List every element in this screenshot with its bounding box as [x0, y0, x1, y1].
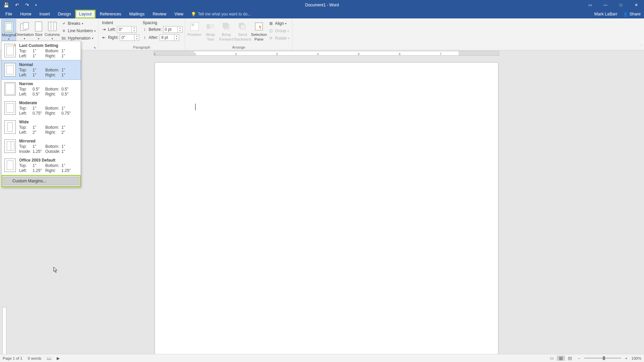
tab-mailings[interactable]: Mailings	[125, 10, 149, 18]
window-title: Document1 - Word	[305, 3, 339, 7]
size-button[interactable]: Size ▾	[33, 19, 45, 40]
zoom-out-icon[interactable]: −	[578, 356, 580, 360]
ruler-number: 6	[399, 52, 400, 56]
spacing-before-input[interactable]: 0 pt▲▼	[163, 26, 182, 33]
columns-icon	[47, 21, 58, 32]
spacing-after-input[interactable]: 8 pt▲▼	[160, 34, 179, 41]
margin-option-name: Mirrored	[19, 139, 78, 143]
svg-rect-5	[48, 22, 56, 31]
close-icon[interactable]: ✕	[629, 3, 644, 7]
custom-margins-button[interactable]: Custom Margins...	[3, 177, 79, 185]
undo-icon[interactable]: ↶	[15, 2, 19, 8]
margins-button[interactable]: Margins ▾	[1, 19, 16, 41]
indent-left-row: ⇥Left:0"▲▼	[100, 26, 141, 33]
margin-preview-icon	[4, 82, 16, 96]
margin-option-office2003[interactable]: Office 2003 DefaultTop:1"Bottom:1"Left:1…	[2, 156, 80, 175]
margin-option-moderate[interactable]: ModerateTop:1"Bottom:1"Left:0.75"Right:0…	[2, 99, 80, 118]
indent-right-input[interactable]: 0"▲▼	[120, 34, 139, 41]
wrap-text-label: Wrap Text	[206, 33, 215, 42]
user-name[interactable]: Mark LaBarr	[594, 12, 618, 16]
share-button[interactable]: 👤 Share	[623, 12, 641, 17]
margin-option-mirrored[interactable]: MirroredTop:1"Bottom:1"Inside:1.25"Outsi…	[2, 137, 80, 156]
print-layout-icon[interactable]: ▦	[557, 356, 565, 361]
rotate-button: ⟳Rotate▾	[267, 35, 291, 42]
columns-button[interactable]: Columns ▾	[45, 19, 60, 40]
chevron-down-icon: ▾	[92, 37, 93, 40]
spacing-after-row: ↕After:8 pt▲▼	[141, 34, 184, 41]
margins-label: Margins	[2, 33, 16, 38]
spelling-status-icon[interactable]: 📖	[47, 356, 51, 361]
redo-icon[interactable]: ↷	[25, 2, 29, 8]
qat-customize-icon[interactable]: ▾	[35, 3, 37, 7]
indent-right-label: Right:	[108, 35, 118, 40]
wrap-text-icon	[205, 21, 216, 32]
web-layout-icon[interactable]: ▤	[566, 356, 574, 361]
tab-home[interactable]: Home	[16, 10, 35, 18]
spacing-before-row: ↕Before:0 pt▲▼	[141, 26, 184, 33]
tab-design[interactable]: Design	[54, 10, 75, 18]
svg-rect-4	[35, 22, 42, 31]
columns-label: Columns	[45, 33, 60, 37]
margin-option-narrow[interactable]: NarrowTop:0.5"Bottom:0.5"Left:0.5"Right:…	[2, 79, 80, 99]
text-cursor	[195, 104, 196, 110]
collapse-ribbon-icon[interactable]: ˆ	[641, 45, 642, 49]
page-number-status[interactable]: Page 1 of 1	[3, 356, 22, 360]
share-icon: 👤	[623, 12, 628, 17]
selection-pane-icon	[254, 21, 264, 32]
ribbon-display-options-icon[interactable]: ▭	[582, 3, 598, 7]
minimize-icon[interactable]: —	[598, 3, 613, 7]
tab-review[interactable]: Review	[149, 10, 170, 18]
margin-option-lastcustom[interactable]: ★Last Custom SettingTop:1"Bottom:1"Left:…	[2, 41, 80, 60]
spacing-after-icon: ↕	[142, 35, 147, 40]
position-label: Position	[187, 33, 201, 37]
rotate-label: Rotate	[275, 36, 287, 41]
indent-right-icon: ⇤	[101, 35, 107, 40]
indent-left-label: Left:	[108, 27, 116, 32]
breaks-button[interactable]: ⤶Breaks▾	[60, 20, 97, 27]
bring-forward-icon	[221, 21, 232, 32]
horizontal-ruler[interactable]: 1 1234567	[154, 50, 499, 56]
tab-insert[interactable]: Insert	[36, 10, 54, 18]
line-numbers-button[interactable]: ≡Line Numbers▾	[60, 27, 97, 35]
svg-rect-18	[255, 23, 263, 30]
chevron-down-icon: ▾	[82, 22, 83, 25]
read-mode-icon[interactable]: ▭	[548, 356, 556, 361]
word-count-status[interactable]: 0 words	[28, 356, 41, 360]
margin-option-wide[interactable]: WideTop:1"Bottom:1"Left:2"Right:2"	[2, 118, 80, 137]
tell-me-search[interactable]: 💡 Tell me what you want to do...	[191, 10, 251, 18]
zoom-level[interactable]: 100%	[632, 356, 641, 360]
tab-layout[interactable]: Layout	[75, 10, 96, 18]
margin-option-name: Office 2003 Default	[19, 158, 78, 163]
align-button[interactable]: ⊞Align▾	[267, 20, 291, 27]
tab-file[interactable]: File	[1, 10, 16, 18]
maximize-icon[interactable]: □	[613, 3, 629, 7]
tab-view[interactable]: View	[170, 10, 187, 18]
indent-left-input[interactable]: 0"▲▼	[117, 26, 137, 33]
zoom-slider[interactable]	[584, 358, 621, 359]
indent-left-icon: ⇥	[101, 27, 107, 32]
indent-heading: Indent	[100, 20, 141, 25]
selection-pane-button[interactable]: Selection Pane	[251, 19, 267, 42]
dialog-launcher-icon[interactable]: ⬊	[94, 46, 96, 49]
spacing-after-label: After:	[149, 35, 158, 40]
chevron-down-icon: ▾	[38, 37, 39, 41]
arrange-group-label: Arrange	[186, 45, 291, 50]
align-icon: ⊞	[268, 21, 274, 26]
position-icon	[189, 21, 200, 32]
orientation-label: Orientation	[15, 33, 34, 37]
spacing-heading: Spacing	[141, 20, 184, 25]
indent-right-row: ⇤Right:0"▲▼	[100, 34, 141, 41]
orientation-button[interactable]: Orientation ▾	[16, 19, 33, 40]
document-page[interactable]	[155, 62, 498, 362]
save-icon[interactable]: 💾	[3, 2, 9, 8]
ribbon: Margins ▾ Orientation ▾ Size ▾ Columns ▾…	[0, 18, 644, 50]
bring-forward-button: Bring Forward	[218, 19, 234, 42]
zoom-in-icon[interactable]: +	[625, 356, 628, 360]
breaks-icon: ⤶	[61, 21, 66, 26]
breaks-label: Breaks	[68, 21, 80, 26]
macro-status-icon[interactable]: ▶	[57, 356, 60, 361]
send-backward-label: Send Backward	[234, 33, 251, 42]
margin-option-normal[interactable]: NormalTop:1"Bottom:1"Left:1"Right:1"	[1, 60, 81, 80]
tab-references[interactable]: References	[96, 10, 125, 18]
align-label: Align	[275, 21, 284, 26]
